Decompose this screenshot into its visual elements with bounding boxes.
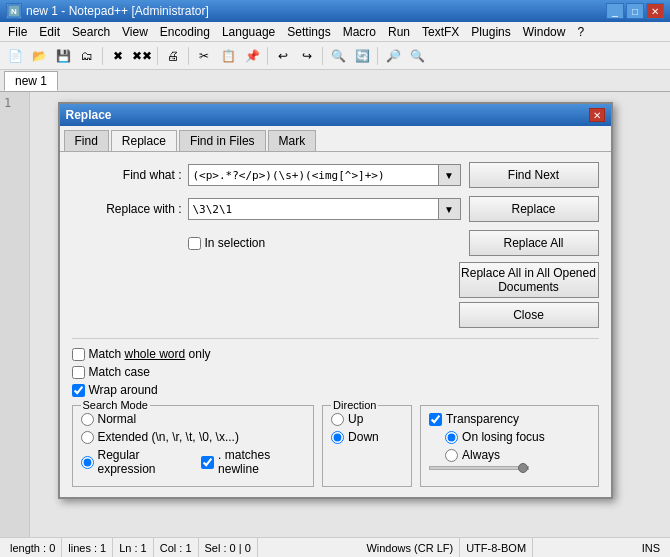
extended-radio[interactable] — [81, 431, 94, 444]
matches-newline-checkbox[interactable] — [201, 456, 214, 469]
toolbar-close-all[interactable]: ✖✖ — [131, 45, 153, 67]
menu-settings[interactable]: Settings — [281, 23, 336, 41]
replace-buttons: Replace — [469, 196, 599, 222]
menu-search[interactable]: Search — [66, 23, 116, 41]
menu-help[interactable]: ? — [571, 23, 590, 41]
toolbar-zoom-in[interactable]: 🔎 — [382, 45, 404, 67]
toolbar-cut[interactable]: ✂ — [193, 45, 215, 67]
dialog-titlebar: Replace ✕ — [60, 104, 611, 126]
toolbar-save-all[interactable]: 🗂 — [76, 45, 98, 67]
toolbar: 📄 📂 💾 🗂 ✖ ✖✖ 🖨 ✂ 📋 📌 ↩ ↪ 🔍 🔄 🔎 🔍 — [0, 42, 670, 70]
window-controls[interactable]: _ □ ✕ — [606, 3, 664, 19]
up-radio-row: Up — [331, 412, 403, 426]
minimize-button[interactable]: _ — [606, 3, 624, 19]
dialog-close-icon[interactable]: ✕ — [589, 108, 605, 122]
menu-run[interactable]: Run — [382, 23, 416, 41]
dialog-tab-mark[interactable]: Mark — [268, 130, 317, 151]
toolbar-save[interactable]: 💾 — [52, 45, 74, 67]
dialog-overlay: Replace ✕ Find Replace Find in Files Mar… — [0, 92, 670, 537]
replace-dialog: Replace ✕ Find Replace Find in Files Mar… — [58, 102, 613, 499]
up-radio[interactable] — [331, 413, 344, 426]
menu-plugins[interactable]: Plugins — [465, 23, 516, 41]
toolbar-undo[interactable]: ↩ — [272, 45, 294, 67]
direction-label: Direction — [331, 399, 378, 411]
menu-macro[interactable]: Macro — [337, 23, 382, 41]
status-lines: lines : 1 — [62, 538, 113, 557]
transparency-slider[interactable] — [429, 466, 529, 470]
regex-label: Regular expression — [98, 448, 192, 476]
transparency-checkbox[interactable] — [429, 413, 442, 426]
menu-language[interactable]: Language — [216, 23, 281, 41]
search-mode-label: Search Mode — [81, 399, 150, 411]
always-radio[interactable] — [445, 449, 458, 462]
normal-radio[interactable] — [81, 413, 94, 426]
dialog-tab-replace[interactable]: Replace — [111, 130, 177, 151]
status-encoding: Windows (CR LF) — [360, 538, 460, 557]
tab-new1[interactable]: new 1 — [4, 71, 58, 91]
dialog-tab-find[interactable]: Find — [64, 130, 109, 151]
in-selection-area: In selection — [72, 230, 469, 256]
toolbar-paste[interactable]: 📌 — [241, 45, 263, 67]
toolbar-close[interactable]: ✖ — [107, 45, 129, 67]
menu-encoding[interactable]: Encoding — [154, 23, 216, 41]
toolbar-open[interactable]: 📂 — [28, 45, 50, 67]
replace-with-input[interactable] — [188, 198, 439, 220]
status-col: Col : 1 — [154, 538, 199, 557]
on-losing-focus-row: On losing focus — [429, 430, 589, 444]
down-radio[interactable] — [331, 431, 344, 444]
maximize-button[interactable]: □ — [626, 3, 644, 19]
match-case-checkbox[interactable] — [72, 366, 85, 379]
titlebar-left: N new 1 - Notepad++ [Administrator] — [6, 3, 209, 19]
menubar: File Edit Search View Encoding Language … — [0, 22, 670, 42]
direction-section: Direction Up Down — [322, 405, 412, 487]
down-radio-row: Down — [331, 430, 403, 444]
toolbar-new[interactable]: 📄 — [4, 45, 26, 67]
toolbar-copy[interactable]: 📋 — [217, 45, 239, 67]
match-whole-word-label: Match whole word only — [89, 347, 211, 361]
find-next-button[interactable]: Find Next — [469, 162, 599, 188]
toolbar-sep-5 — [322, 47, 323, 65]
on-losing-focus-radio[interactable] — [445, 431, 458, 444]
in-selection-label: In selection — [205, 236, 266, 250]
extended-radio-row: Extended (\n, \r, \t, \0, \x...) — [81, 430, 306, 444]
match-whole-word-row: Match whole word only — [72, 347, 599, 361]
menu-edit[interactable]: Edit — [33, 23, 66, 41]
toolbar-zoom-out[interactable]: 🔍 — [406, 45, 428, 67]
find-what-input[interactable] — [188, 164, 439, 186]
on-losing-focus-label: On losing focus — [462, 430, 545, 444]
find-what-row: Find what : ▼ Find Next — [72, 162, 599, 188]
editor-area[interactable]: 1 Replace ✕ Find Replace Find in Files M… — [0, 92, 670, 537]
whole-word-text: whole word — [125, 347, 186, 361]
toolbar-redo[interactable]: ↪ — [296, 45, 318, 67]
replace-all-buttons: Replace All — [469, 230, 599, 256]
toolbar-sep-4 — [267, 47, 268, 65]
extra-buttons: Replace All in All Opened Documents Clos… — [459, 262, 599, 328]
transparency-check-row: Transparency — [429, 412, 589, 426]
dialog-content: Find what : ▼ Find Next Replace with : ▼… — [60, 152, 611, 497]
toolbar-find-replace[interactable]: 🔄 — [351, 45, 373, 67]
titlebar: N new 1 - Notepad++ [Administrator] _ □ … — [0, 0, 670, 22]
menu-file[interactable]: File — [2, 23, 33, 41]
in-selection-checkbox[interactable] — [188, 237, 201, 250]
replace-button[interactable]: Replace — [469, 196, 599, 222]
replace-all-button[interactable]: Replace All — [469, 230, 599, 256]
match-whole-word-checkbox[interactable] — [72, 348, 85, 361]
replace-with-dropdown[interactable]: ▼ — [439, 198, 461, 220]
in-selection-row: In selection Replace All — [72, 230, 599, 256]
wrap-around-checkbox[interactable] — [72, 384, 85, 397]
dialog-tab-findinfiles[interactable]: Find in Files — [179, 130, 266, 151]
svg-text:N: N — [11, 7, 17, 16]
find-what-dropdown[interactable]: ▼ — [439, 164, 461, 186]
menu-textfx[interactable]: TextFX — [416, 23, 465, 41]
transparency-label: Transparency — [446, 412, 519, 426]
close-button-dialog[interactable]: Close — [459, 302, 599, 328]
toolbar-find[interactable]: 🔍 — [327, 45, 349, 67]
close-button[interactable]: ✕ — [646, 3, 664, 19]
match-case-label: Match case — [89, 365, 150, 379]
menu-view[interactable]: View — [116, 23, 154, 41]
menu-window[interactable]: Window — [517, 23, 572, 41]
replace-all-opened-button[interactable]: Replace All in All Opened Documents — [459, 262, 599, 298]
toolbar-print[interactable]: 🖨 — [162, 45, 184, 67]
toolbar-sep-1 — [102, 47, 103, 65]
regex-radio[interactable] — [81, 456, 94, 469]
